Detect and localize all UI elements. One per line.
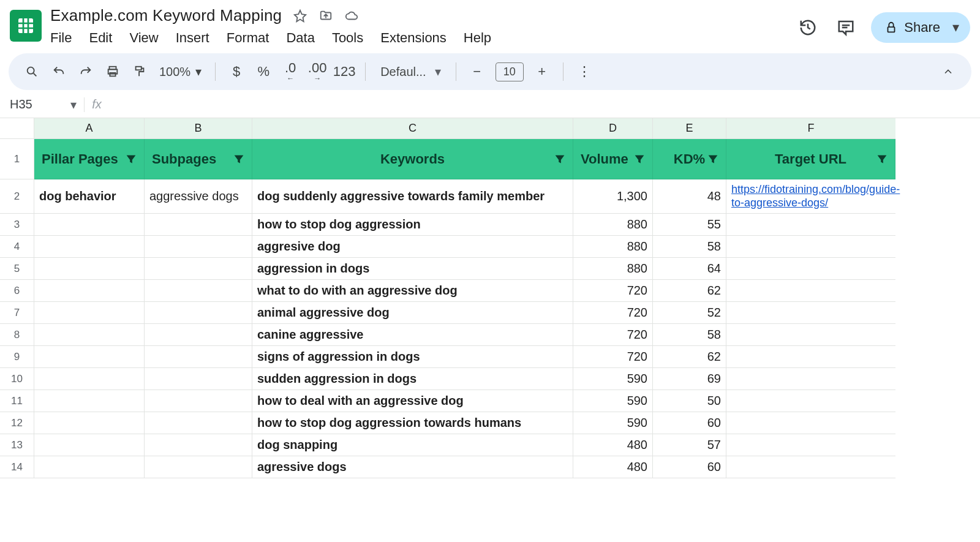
cell-kd[interactable]: 57: [653, 434, 726, 456]
cell-volume[interactable]: 720: [573, 346, 653, 368]
row-header-2[interactable]: 2: [0, 179, 34, 214]
header-subpages[interactable]: Subpages: [145, 139, 252, 179]
history-icon[interactable]: [795, 15, 821, 40]
cell-keyword[interactable]: aggression in dogs: [252, 258, 573, 280]
cell-kd[interactable]: 58: [653, 236, 726, 258]
cell-kd[interactable]: 48: [653, 179, 726, 214]
cell-volume[interactable]: 720: [573, 280, 653, 302]
cell-subpage[interactable]: [145, 236, 252, 258]
cell-subpage[interactable]: [145, 214, 252, 236]
cell-keyword[interactable]: how to deal with an aggressive dog: [252, 390, 573, 412]
cell-keyword[interactable]: how to stop dog aggression towards human…: [252, 412, 573, 434]
spreadsheet-grid[interactable]: A B C D E F 1 Pillar Pages Subpages Keyw…: [0, 118, 980, 478]
cell-keyword[interactable]: dog snapping: [252, 434, 573, 456]
cell-target-url[interactable]: [726, 346, 895, 368]
cloud-status-icon[interactable]: [344, 9, 359, 23]
font-select[interactable]: Defaul... ▾: [374, 64, 447, 79]
cell-subpage[interactable]: [145, 368, 252, 390]
more-options-button[interactable]: ⋮: [572, 59, 597, 84]
share-dropdown-icon[interactable]: ▾: [946, 20, 965, 36]
cell-pillar[interactable]: [34, 346, 145, 368]
cell-target-url[interactable]: [726, 368, 895, 390]
cell-kd[interactable]: 50: [653, 390, 726, 412]
header-keywords[interactable]: Keywords: [252, 139, 573, 179]
row-header-9[interactable]: 9: [0, 346, 34, 368]
select-all-corner[interactable]: [0, 118, 34, 139]
row-header-3[interactable]: 3: [0, 214, 34, 236]
filter-icon[interactable]: [633, 152, 646, 166]
row-header-6[interactable]: 6: [0, 280, 34, 302]
cell-pillar[interactable]: [34, 456, 145, 478]
cell-volume[interactable]: 880: [573, 214, 653, 236]
cell-kd[interactable]: 60: [653, 412, 726, 434]
menu-insert[interactable]: Insert: [176, 30, 209, 46]
cell-pillar[interactable]: [34, 280, 145, 302]
menu-format[interactable]: Format: [227, 30, 270, 46]
menu-help[interactable]: Help: [464, 30, 491, 46]
cell-kd[interactable]: 55: [653, 214, 726, 236]
filter-icon[interactable]: [706, 152, 720, 166]
cell-pillar[interactable]: [34, 302, 145, 324]
cell-keyword[interactable]: aggresive dog: [252, 236, 573, 258]
cell-keyword[interactable]: dog suddenly aggressive towards family m…: [252, 179, 573, 214]
menu-data[interactable]: Data: [286, 30, 314, 46]
cell-volume[interactable]: 590: [573, 390, 653, 412]
cell-target-url[interactable]: [726, 324, 895, 346]
font-size-input[interactable]: 10: [496, 62, 524, 81]
cell-pillar[interactable]: dog behavior: [34, 179, 145, 214]
row-header-11[interactable]: 11: [0, 390, 34, 412]
cell-target-url[interactable]: [726, 258, 895, 280]
font-size-increase[interactable]: +: [530, 59, 554, 84]
search-icon[interactable]: [20, 59, 44, 84]
cell-pillar[interactable]: [34, 324, 145, 346]
redo-button[interactable]: [74, 59, 98, 84]
cell-keyword[interactable]: animal aggressive dog: [252, 302, 573, 324]
col-header-C[interactable]: C: [252, 118, 573, 139]
row-header-10[interactable]: 10: [0, 368, 34, 390]
currency-button[interactable]: $: [224, 59, 249, 84]
cell-subpage[interactable]: [145, 302, 252, 324]
cell-subpage[interactable]: [145, 412, 252, 434]
filter-icon[interactable]: [124, 152, 138, 166]
col-header-A[interactable]: A: [34, 118, 145, 139]
cell-pillar[interactable]: [34, 434, 145, 456]
cell-kd[interactable]: 62: [653, 346, 726, 368]
cell-pillar[interactable]: [34, 214, 145, 236]
cell-subpage[interactable]: aggressive dogs: [145, 179, 252, 214]
row-header-14[interactable]: 14: [0, 456, 34, 478]
menu-edit[interactable]: Edit: [89, 30, 112, 46]
cell-volume[interactable]: 590: [573, 368, 653, 390]
number-format-button[interactable]: 123: [332, 59, 356, 84]
cell-target-url[interactable]: [726, 214, 895, 236]
filter-icon[interactable]: [875, 152, 889, 166]
row-header-4[interactable]: 4: [0, 236, 34, 258]
cell-target-url[interactable]: [726, 412, 895, 434]
cell-keyword[interactable]: canine aggressive: [252, 324, 573, 346]
cell-volume[interactable]: 720: [573, 324, 653, 346]
row-header-1[interactable]: 1: [0, 139, 34, 179]
cell-volume[interactable]: 480: [573, 456, 653, 478]
percent-button[interactable]: %: [251, 59, 276, 84]
header-target-url[interactable]: Target URL: [726, 139, 895, 179]
cell-target-url[interactable]: [726, 280, 895, 302]
cell-pillar[interactable]: [34, 236, 145, 258]
cell-subpage[interactable]: [145, 324, 252, 346]
star-icon[interactable]: [293, 9, 307, 23]
filter-icon[interactable]: [553, 152, 567, 166]
cell-kd[interactable]: 64: [653, 258, 726, 280]
cell-subpage[interactable]: [145, 456, 252, 478]
undo-button[interactable]: [47, 59, 71, 84]
share-button[interactable]: Share ▾: [871, 12, 970, 43]
cell-target-url[interactable]: [726, 302, 895, 324]
header-volume[interactable]: Volume: [573, 139, 653, 179]
filter-icon[interactable]: [232, 152, 246, 166]
cell-keyword[interactable]: agressive dogs: [252, 456, 573, 478]
col-header-B[interactable]: B: [145, 118, 252, 139]
row-header-8[interactable]: 8: [0, 324, 34, 346]
cell-target-url[interactable]: [726, 456, 895, 478]
row-header-13[interactable]: 13: [0, 434, 34, 456]
cell-volume[interactable]: 720: [573, 302, 653, 324]
zoom-select[interactable]: 100% ▾: [154, 64, 206, 79]
comment-icon[interactable]: [833, 15, 859, 40]
cell-pillar[interactable]: [34, 412, 145, 434]
